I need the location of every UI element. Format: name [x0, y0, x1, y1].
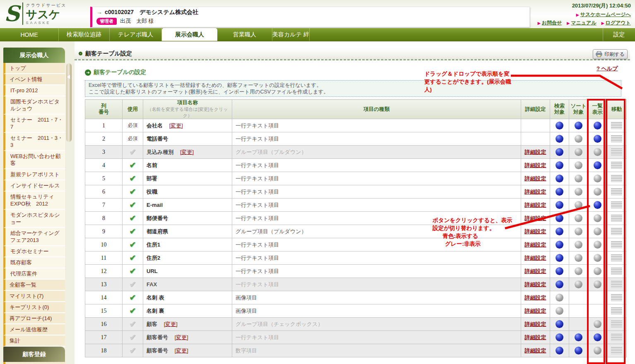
list-display-toggle-orb[interactable] [594, 201, 601, 209]
detail-settings-link[interactable]: 詳細設定 [525, 268, 546, 274]
sort-toggle-orb[interactable] [575, 135, 582, 143]
sidebar-item[interactable]: モダンホスピタルショー [3, 210, 65, 228]
sidebar-item[interactable]: キープリスト(0) [3, 302, 65, 313]
detail-settings-link[interactable]: 詳細設定 [525, 149, 546, 155]
detail-settings-link[interactable]: 詳細設定 [525, 308, 546, 314]
list-display-toggle-orb[interactable] [594, 254, 601, 262]
search-toggle-orb[interactable] [556, 175, 563, 182]
help-link[interactable]: ? ヘルプ [597, 65, 618, 72]
search-toggle-orb[interactable] [556, 228, 563, 235]
search-toggle-orb[interactable] [556, 201, 563, 209]
search-toggle-orb[interactable] [556, 148, 563, 156]
sort-toggle-orb[interactable] [575, 161, 582, 169]
drag-handle-icon[interactable] [611, 307, 622, 314]
search-toggle-orb[interactable] [556, 135, 563, 143]
drag-handle-icon[interactable] [611, 122, 622, 129]
list-display-toggle-orb[interactable] [594, 214, 601, 222]
list-display-toggle-orb[interactable] [594, 320, 601, 328]
drag-handle-icon[interactable] [611, 188, 622, 195]
sidebar-item[interactable]: マイリスト(7) [3, 291, 65, 302]
drag-handle-icon[interactable] [611, 228, 622, 235]
nav-tab[interactable]: テレアポ職人 [110, 28, 162, 41]
sort-toggle-orb[interactable] [575, 188, 582, 196]
nav-tab-settings[interactable]: 設定 [603, 28, 635, 41]
detail-settings-link[interactable]: 詳細設定 [525, 202, 546, 208]
drag-handle-icon[interactable] [611, 268, 622, 275]
nav-tab[interactable]: 営業職人 [217, 28, 272, 41]
nav-tab[interactable]: 検索順位追跡 [59, 28, 110, 41]
nav-tab[interactable]: 美容カルテ 絆 [272, 28, 310, 41]
sort-toggle-orb[interactable] [575, 267, 582, 275]
sort-toggle-orb[interactable] [575, 254, 582, 262]
search-toggle-orb[interactable] [556, 122, 563, 129]
sort-toggle-orb[interactable] [575, 333, 582, 341]
sidebar-item[interactable]: モダホセミナー [3, 246, 65, 257]
list-display-toggle-orb[interactable] [594, 135, 601, 143]
sort-toggle-orb[interactable] [575, 347, 582, 354]
link-homepage[interactable]: ▶サスケホームページへ [576, 12, 631, 17]
change-link[interactable]: [変更] [175, 347, 188, 354]
detail-settings-link[interactable]: 詳細設定 [525, 162, 546, 168]
sidebar-item[interactable]: セミナー 2011・7・7 [3, 115, 65, 133]
list-display-toggle-orb[interactable] [594, 175, 601, 182]
detail-settings-link[interactable]: 詳細設定 [525, 281, 546, 287]
search-toggle-orb[interactable] [556, 241, 563, 249]
nav-tab[interactable]: HOME [0, 28, 59, 41]
sidebar-item[interactable]: 集計 [3, 335, 65, 347]
sidebar-item[interactable]: IT-pro 2012 [3, 85, 65, 96]
detail-settings-link[interactable]: 詳細設定 [525, 189, 546, 195]
saaske-logo[interactable]: S クラウドサービス サスケ SAASKE [4, 2, 66, 25]
drag-handle-icon[interactable] [611, 162, 622, 169]
drag-handle-icon[interactable] [611, 281, 622, 288]
sidebar-item[interactable]: イベント情報 [3, 74, 65, 85]
drag-handle-icon[interactable] [611, 321, 622, 328]
link-contact[interactable]: ▶お問合せ [538, 19, 562, 26]
detail-settings-link[interactable]: 詳細設定 [525, 242, 546, 248]
drag-handle-icon[interactable] [611, 175, 622, 182]
search-toggle-orb[interactable] [556, 307, 563, 315]
detail-settings-link[interactable]: 詳細設定 [525, 228, 546, 235]
sidebar-item[interactable]: インサイドセールス [3, 180, 65, 192]
sort-toggle-orb[interactable] [575, 122, 582, 129]
list-display-toggle-orb[interactable] [594, 148, 601, 156]
search-toggle-orb[interactable] [556, 161, 563, 169]
sort-toggle-orb[interactable] [575, 228, 582, 235]
search-toggle-orb[interactable] [556, 254, 563, 262]
list-display-toggle-orb[interactable] [594, 241, 601, 249]
list-display-toggle-orb[interactable] [594, 267, 601, 275]
drag-handle-icon[interactable] [611, 347, 622, 354]
sidebar-item[interactable]: 個別登録 [3, 362, 65, 364]
link-manual[interactable]: ▶マニュアル [567, 19, 596, 26]
detail-settings-link[interactable]: 詳細設定 [525, 175, 546, 182]
sidebar-item[interactable]: 新規テレアポリスト [3, 169, 65, 180]
drag-handle-icon[interactable] [611, 148, 622, 156]
drag-handle-icon[interactable] [611, 294, 622, 301]
detail-settings-link[interactable]: 詳細設定 [525, 215, 546, 221]
change-link[interactable]: [変更] [180, 149, 194, 155]
detail-settings-link[interactable]: 詳細設定 [525, 295, 546, 301]
list-display-toggle-orb[interactable] [594, 161, 601, 169]
sidebar-item[interactable]: メール送信履歴 [3, 324, 65, 335]
list-display-toggle-orb[interactable] [594, 188, 601, 196]
sidebar-item[interactable]: セミナー 2011・3・3 [3, 133, 65, 151]
sort-toggle-orb[interactable] [575, 201, 582, 209]
drag-handle-icon[interactable] [611, 241, 622, 248]
search-toggle-orb[interactable] [556, 267, 563, 275]
change-link[interactable]: [変更] [164, 321, 178, 327]
sort-toggle-orb[interactable] [575, 280, 582, 288]
drag-handle-icon[interactable] [611, 201, 622, 208]
detail-settings-link[interactable]: 詳細設定 [525, 334, 546, 340]
search-toggle-orb[interactable] [556, 214, 563, 222]
detail-settings-link[interactable]: 詳細設定 [525, 347, 546, 354]
search-toggle-orb[interactable] [556, 347, 563, 354]
sidebar-collapse-handle[interactable] [66, 63, 72, 142]
search-toggle-orb[interactable] [556, 294, 563, 302]
list-display-toggle-orb[interactable] [594, 333, 601, 341]
link-logout[interactable]: ▶ログアウト [601, 19, 631, 26]
sort-toggle-orb[interactable] [575, 175, 582, 182]
sidebar-item[interactable]: 総合マーケティングフェア2013 [3, 228, 65, 246]
detail-settings-link[interactable]: 詳細設定 [525, 255, 546, 261]
sidebar-item[interactable]: トップ [3, 63, 65, 74]
sidebar-item[interactable]: 情報セキュリティEXPO秋 2012 [3, 192, 65, 210]
drag-handle-icon[interactable] [611, 135, 622, 142]
